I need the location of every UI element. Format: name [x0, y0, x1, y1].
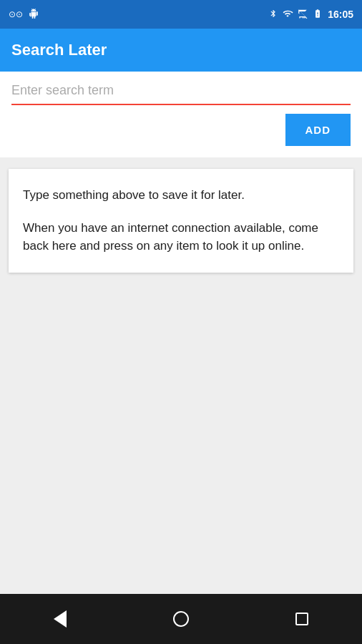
search-input[interactable]	[11, 80, 351, 104]
clock: 16:05	[328, 9, 353, 20]
recents-icon	[295, 613, 308, 625]
nav-bar	[0, 594, 362, 644]
search-input-wrapper	[11, 80, 351, 105]
info-text-primary: Type something above to save it for late…	[23, 186, 339, 205]
add-button-row: ADD	[0, 105, 362, 157]
add-button[interactable]: ADD	[285, 114, 351, 146]
bluetooth-icon	[269, 9, 278, 21]
status-bar-left: ⊙⊙	[9, 9, 39, 21]
app-title: Search Later	[11, 41, 107, 59]
voicemail-icon: ⊙⊙	[9, 9, 23, 19]
back-icon	[54, 610, 67, 628]
wifi-icon	[282, 9, 293, 21]
status-bar: ⊙⊙ 16:05	[0, 0, 362, 29]
app-bar: Search Later	[0, 29, 362, 72]
info-text-secondary: When you have an internet connection ava…	[23, 219, 339, 255]
back-nav-button[interactable]	[39, 603, 81, 635]
signal-icon	[298, 9, 308, 21]
recents-nav-button[interactable]	[281, 605, 323, 633]
android-icon	[29, 9, 39, 21]
status-bar-right: 16:05	[269, 9, 353, 21]
info-card: Type something above to save it for late…	[9, 169, 353, 273]
main-content: ADD Type something above to save it for …	[0, 72, 362, 594]
home-icon	[173, 611, 189, 627]
battery-icon	[312, 9, 323, 21]
search-row	[0, 72, 362, 105]
home-nav-button[interactable]	[159, 604, 203, 634]
